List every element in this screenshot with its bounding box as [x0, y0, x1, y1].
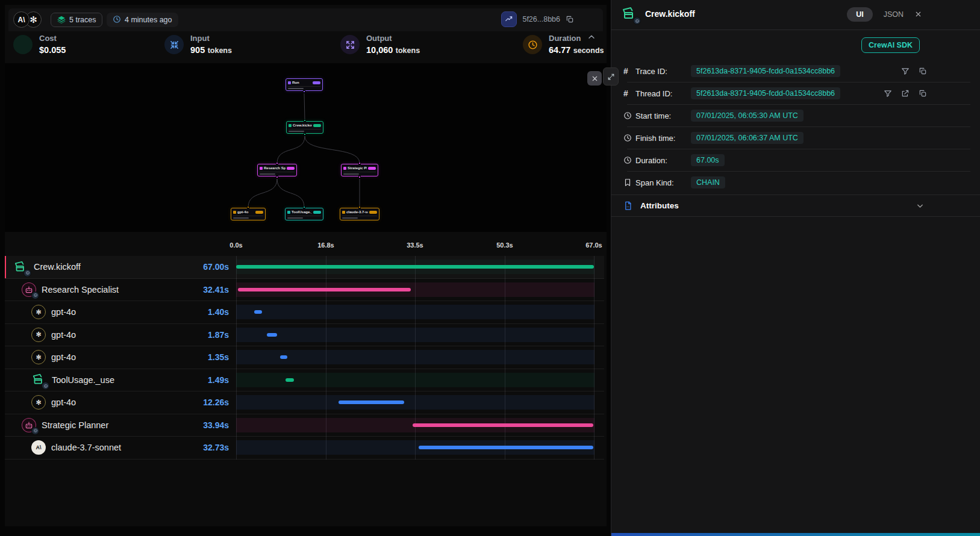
span-row-claude-3-7-sonnet[interactable]: A\claude-3.7-sonnet32.73s [5, 437, 604, 460]
span-row-gpt-4o[interactable]: ✻gpt-4o1.40s [5, 301, 604, 324]
bookmark-icon [623, 178, 635, 187]
node-label: Run [292, 81, 311, 84]
duration-bar[interactable] [254, 310, 261, 314]
node-connector-dot [358, 206, 361, 208]
duration-bar[interactable] [339, 400, 404, 404]
duration-bar[interactable] [280, 355, 287, 359]
duration-bar[interactable] [267, 333, 277, 337]
span-name: claude-3.7-sonnet [51, 443, 198, 452]
tab-json[interactable]: JSON [884, 10, 904, 19]
graph-node-crew[interactable]: Crew.kickoff [286, 121, 323, 134]
node-subline [343, 172, 376, 175]
clock-icon [523, 35, 542, 54]
attributes-label: Attributes [640, 201, 679, 210]
axis-tick-label: 16.8s [317, 242, 334, 249]
node-label: claude-3.7-sonnet [346, 210, 368, 214]
duration-bar[interactable] [236, 265, 594, 269]
field-value[interactable]: 07/01/2025, 06:06:37 AM UTC [691, 132, 804, 144]
span-detail-panel: Crew.kickoff UI JSON CrewAI SDK #Trace I… [611, 0, 980, 536]
close-panel-icon[interactable] [914, 10, 922, 20]
close-graph-button[interactable] [587, 71, 602, 86]
span-row-gpt-4o[interactable]: ✻gpt-4o1.35s [5, 346, 604, 369]
copy-icon[interactable] [919, 67, 927, 75]
clock-icon [113, 15, 121, 25]
crew-icon [621, 5, 638, 22]
graph-node-run[interactable]: Run [286, 78, 323, 91]
span-name: Crew.kickoff [34, 262, 198, 272]
trace-header-strip: A\ ✻ 5 traces 4 minutes ago 5f26...8bb6 [8, 8, 603, 31]
duration-bar[interactable] [413, 423, 594, 427]
span-fields: #Trace ID:5f2613da-8371-9405-fcdd-0a1534… [611, 60, 980, 217]
field-value[interactable]: 5f2613da-8371-9405-fcdd-0a1534cc8bb6 [691, 87, 840, 99]
span-duration: 1.35s [208, 352, 236, 362]
external-icon[interactable] [901, 89, 910, 98]
span-row-research-specialist[interactable]: Research Specialist32.41s [5, 279, 604, 302]
arrows-out-icon [340, 35, 360, 54]
traces-count-badge[interactable]: 5 traces [51, 13, 102, 27]
span-row-strategic-planner[interactable]: Strategic Planner33.94s [5, 414, 604, 437]
span-bar-track [236, 437, 599, 459]
field-value[interactable]: CHAIN [691, 176, 725, 189]
span-name: ToolUsage._use [52, 375, 202, 385]
span-row-gpt-4o[interactable]: ✻gpt-4o1.87s [5, 324, 604, 347]
node-connector-dot [276, 176, 278, 178]
stat-value: 10,060 [366, 45, 393, 55]
row-tint [236, 350, 595, 364]
node-connector-dot [303, 206, 305, 208]
node-connector-dot [304, 119, 306, 122]
node-status-pill [369, 211, 377, 214]
node-icon [260, 167, 263, 170]
model-avatars[interactable]: A\ ✻ [13, 11, 42, 28]
traces-count-label: 5 traces [69, 16, 96, 24]
expand-panel-button[interactable] [603, 67, 619, 86]
field-value[interactable]: 5f2613da-8371-9405-fcdd-0a1534cc8bb6 [691, 65, 840, 77]
sdk-mini-badge-icon [31, 427, 39, 435]
graph-node-claude[interactable]: claude-3.7-sonnet [340, 208, 379, 220]
span-row-gpt-4o[interactable]: ✻gpt-4o12.26s [5, 391, 604, 414]
filter-icon[interactable] [901, 67, 910, 75]
trend-chart-button[interactable] [501, 11, 517, 27]
file-icon [623, 201, 635, 210]
duration-bar[interactable] [419, 446, 593, 449]
trace-overview-panel: A\ ✻ 5 traces 4 minutes ago 5f26...8bb6 … [5, 5, 607, 526]
crew-icon [31, 372, 46, 387]
stat-label: Cost [39, 34, 66, 43]
collapse-stats-button[interactable] [585, 31, 598, 45]
field-value[interactable]: 67.00s [691, 154, 725, 166]
span-row-crew-kickoff[interactable]: Crew.kickoff67.00s [5, 256, 604, 279]
node-label: Research Speciali... [264, 166, 286, 170]
node-icon [289, 124, 292, 127]
field-value[interactable]: 07/01/2025, 06:05:30 AM UTC [691, 110, 804, 122]
span-row-toolusage-use[interactable]: ToolUsage._use1.49s [5, 369, 604, 392]
node-subline [342, 216, 377, 219]
agent-robot-icon [22, 282, 36, 297]
tab-ui[interactable]: UI [847, 7, 873, 22]
layers-icon [57, 15, 66, 25]
graph-node-gpt[interactable]: gpt-4o [231, 208, 266, 220]
stat-label: Output [366, 34, 420, 43]
graph-node-research[interactable]: Research Speciali... [257, 164, 297, 176]
node-status-pill [287, 167, 295, 170]
span-bar-track [236, 391, 599, 414]
node-subline [233, 216, 263, 219]
span-bar-track [236, 369, 599, 391]
attributes-section-header[interactable]: Attributes [611, 195, 980, 217]
stat-value: 905 [190, 45, 205, 55]
hash-icon: # [623, 66, 635, 76]
stat-value: $0.055 [39, 45, 66, 55]
waterfall-timeline: 0.0s16.8s33.5s50.3s67.0s Crew.kickoff67.… [5, 232, 607, 467]
copy-trace-id-icon[interactable] [566, 15, 574, 23]
node-icon [288, 81, 291, 84]
node-status-pill [313, 81, 320, 84]
trace-graph: RunCrew.kickoffResearch Speciali...Strat… [5, 63, 607, 232]
duration-bar[interactable] [238, 288, 411, 291]
clock-icon [623, 134, 635, 142]
graph-node-tool[interactable]: ToolUsage._use [285, 208, 323, 220]
graph-node-strategic[interactable]: Strategic Planner [341, 164, 378, 176]
duration-bar[interactable] [286, 378, 293, 382]
openai-icon: ✻ [31, 305, 46, 319]
node-connector-dot [304, 133, 306, 136]
node-connector-dot [276, 162, 278, 164]
filter-icon[interactable] [884, 89, 892, 98]
copy-icon[interactable] [919, 89, 927, 98]
